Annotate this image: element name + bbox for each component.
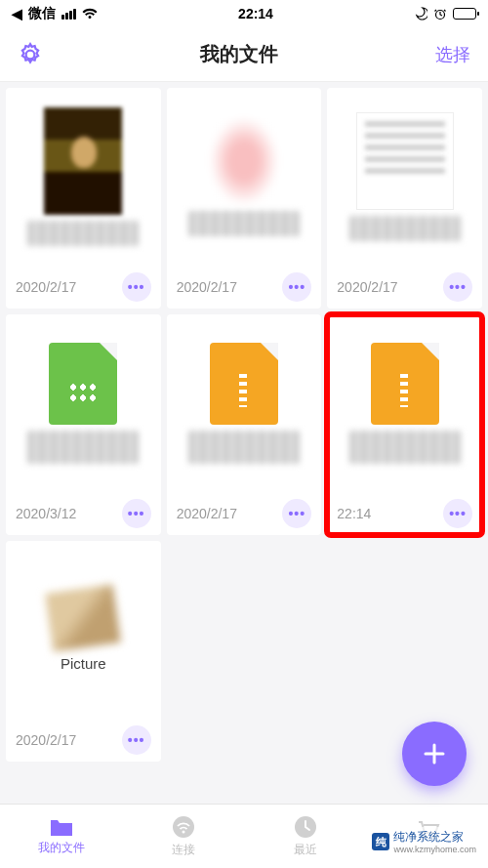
dnd-moon-icon [414, 7, 427, 21]
file-card[interactable]: 2020/2/17 ••• [6, 88, 161, 309]
tab-my-files[interactable]: 我的文件 [0, 805, 122, 868]
file-name-blurred [188, 431, 300, 464]
tab-label: 连接 [172, 842, 195, 858]
file-date: 2020/2/17 [16, 279, 76, 295]
settings-button[interactable] [18, 42, 43, 67]
archive-file-icon [371, 343, 439, 425]
more-button[interactable]: ••• [122, 272, 151, 302]
file-name-blurred [27, 431, 139, 464]
file-card[interactable]: 2020/3/12 ••• [6, 314, 161, 535]
svg-point-2 [182, 831, 184, 834]
file-date: 22:14 [337, 506, 371, 521]
watermark-logo-icon: 纯 [372, 833, 389, 850]
thumbnail [327, 88, 482, 266]
file-date: 2020/2/17 [177, 279, 237, 295]
document-thumbnail [356, 112, 454, 210]
file-name-blurred [349, 216, 461, 241]
folder-icon [49, 816, 74, 838]
more-button[interactable]: ••• [282, 272, 311, 302]
thumbnail [6, 88, 161, 266]
spreadsheet-file-icon [49, 343, 117, 425]
more-button[interactable]: ••• [282, 499, 311, 528]
watermark-title: 纯净系统之家 [393, 830, 464, 844]
thumbnail [327, 314, 482, 492]
plus-icon [420, 739, 449, 768]
file-date: 2020/2/17 [177, 506, 237, 521]
alarm-icon [433, 7, 447, 21]
battery-icon [453, 8, 476, 20]
status-time: 22:14 [238, 6, 273, 21]
file-name: Picture [61, 655, 106, 672]
thumbnail: Picture [6, 541, 161, 719]
file-card[interactable]: 2020/2/17 ••• [167, 314, 322, 535]
file-card[interactable]: 2020/2/17 ••• [167, 88, 322, 309]
tab-recent[interactable]: 最近 [244, 805, 366, 868]
more-button[interactable]: ••• [122, 725, 151, 755]
archive-file-icon [210, 343, 278, 425]
file-card[interactable]: Picture 2020/2/17 ••• [6, 541, 161, 762]
image-thumbnail [210, 117, 278, 205]
more-button[interactable]: ••• [122, 499, 151, 528]
file-card-highlighted[interactable]: 22:14 ••• [327, 314, 482, 535]
nav-bar: 我的文件 选择 [0, 27, 488, 82]
select-button[interactable]: 选择 [435, 43, 470, 66]
thumbnail [167, 88, 322, 266]
back-chevron-icon: ◀ [12, 6, 22, 21]
wifi-circle-icon [171, 814, 196, 840]
clock-icon [293, 814, 318, 840]
carrier-label: 微信 [28, 5, 56, 22]
thumbnail [6, 314, 161, 492]
file-name-blurred [188, 211, 300, 236]
signal-icon [61, 9, 76, 20]
file-date: 2020/3/12 [16, 506, 76, 521]
add-button[interactable] [402, 722, 467, 786]
watermark: 纯 纯净系统之家 www.kzmyhome.com [368, 827, 480, 856]
more-button[interactable]: ••• [443, 272, 472, 302]
status-right [414, 7, 476, 21]
status-left: ◀ 微信 [12, 5, 98, 22]
file-date: 2020/2/17 [16, 732, 76, 748]
wifi-icon [82, 8, 98, 20]
tab-connect[interactable]: 连接 [122, 805, 244, 868]
file-name-blurred [27, 221, 139, 246]
image-thumbnail [44, 107, 122, 215]
page-title: 我的文件 [200, 41, 278, 67]
image-thumbnail [45, 584, 121, 651]
thumbnail [167, 314, 322, 492]
file-date: 2020/2/17 [337, 279, 397, 295]
tab-label: 我的文件 [38, 840, 85, 856]
status-bar: ◀ 微信 22:14 [0, 0, 488, 27]
tab-label: 最近 [294, 842, 317, 858]
watermark-url: www.kzmyhome.com [393, 846, 476, 854]
file-card[interactable]: 2020/2/17 ••• [327, 88, 482, 309]
file-name-blurred [349, 431, 461, 464]
file-grid: 2020/2/17 ••• 2020/2/17 ••• 2020/2/17 ••… [0, 82, 488, 767]
more-button[interactable]: ••• [443, 499, 472, 528]
